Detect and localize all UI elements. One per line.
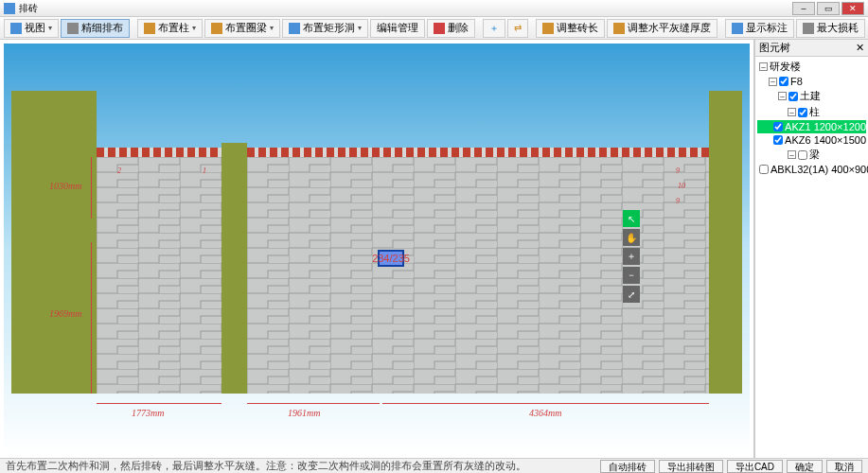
max-label: 最大损耗 xyxy=(817,21,859,35)
tree-root[interactable]: –研发楼 xyxy=(757,59,866,75)
place-column-button[interactable]: 布置柱▾ xyxy=(137,19,203,38)
swap-button[interactable]: ⇄ xyxy=(507,19,528,38)
view-toolstrip: ↖ ✋ ＋ － ⤢ xyxy=(623,210,640,303)
label-icon xyxy=(732,23,743,34)
pillar-right xyxy=(709,91,742,394)
export-layout-button[interactable]: 导出排砖图 xyxy=(659,460,723,473)
grid-icon xyxy=(67,23,79,34)
edit-label: 编辑管理 xyxy=(377,21,418,35)
element-tree[interactable]: –研发楼 –F8 –土建 –柱 AKZ1 1200×1200 AKZ6 1400… xyxy=(755,57,868,458)
len-label: 调整砖长 xyxy=(557,21,598,35)
cancel-button[interactable]: 取消 xyxy=(826,460,862,473)
beam-icon xyxy=(211,23,222,34)
status-bar: 首先布置二次构件和洞，然后排砖，最后调整水平灰缝。注意：改变二次构件或洞的排布会… xyxy=(0,458,868,473)
tree-item-akz6[interactable]: AKZ6 1400×1500 xyxy=(757,133,866,147)
brick-num: 10 xyxy=(678,182,685,190)
panel-close-icon[interactable]: ✕ xyxy=(856,42,864,54)
show-label-button[interactable]: 显示标注 xyxy=(725,19,794,38)
selected-brick-label: 234/235 xyxy=(372,253,410,264)
roof-tiles-1 xyxy=(97,148,221,157)
brick-num: 2 xyxy=(117,166,121,175)
tree-title: 图元树 xyxy=(759,41,790,55)
rect-icon xyxy=(289,23,300,34)
status-message: 首先布置二次构件和洞，然后排砖，最后调整水平灰缝。注意：改变二次构件或洞的排布会… xyxy=(6,459,600,473)
element-tree-panel: 图元树 ✕ –研发楼 –F8 –土建 –柱 AKZ1 1200×1200 AKZ… xyxy=(754,40,868,458)
brick-num: 9 xyxy=(676,166,680,175)
tree-sub-col[interactable]: –柱 xyxy=(757,104,866,120)
pointer-tool[interactable]: ↖ xyxy=(623,210,640,227)
ok-button[interactable]: 确定 xyxy=(787,460,823,473)
view-icon xyxy=(10,23,22,34)
dim-h1: 1030mm xyxy=(49,181,81,191)
zoom-out-tool[interactable]: － xyxy=(623,267,640,284)
delete-button[interactable]: 删除 xyxy=(427,19,475,38)
dim-w1: 1773mm xyxy=(132,408,164,418)
adjust-thickness-button[interactable]: 调整水平灰缝厚度 xyxy=(607,19,717,38)
max-waste-button[interactable]: 最大损耗 xyxy=(796,19,865,38)
roof-tiles-2 xyxy=(247,148,709,157)
column-icon xyxy=(144,23,155,34)
place-beam-button[interactable]: 布置圈梁▾ xyxy=(204,19,280,38)
window-title: 排砖 xyxy=(19,2,792,15)
brick-num: 1 xyxy=(203,166,206,175)
edit-manage-button[interactable]: 编辑管理 xyxy=(370,19,425,38)
app-icon xyxy=(4,3,15,14)
place-rect-hole-button[interactable]: 布置矩形洞▾ xyxy=(282,19,368,38)
view-button[interactable]: 视图▾ xyxy=(4,19,59,38)
tree-item-akz1[interactable]: AKZ1 1200×1200 xyxy=(757,120,866,133)
tree-floor[interactable]: –F8 xyxy=(757,75,866,88)
length-icon xyxy=(542,23,554,34)
show-label: 显示标注 xyxy=(746,21,788,35)
pillar-mid xyxy=(221,143,247,394)
auto-layout-button[interactable]: 自动排砖 xyxy=(600,460,655,473)
pillar-left xyxy=(11,91,97,394)
thick-label: 调整水平灰缝厚度 xyxy=(628,21,711,35)
fit-tool[interactable]: ⤢ xyxy=(623,286,640,303)
minimize-button[interactable]: – xyxy=(792,2,815,15)
delete-icon xyxy=(434,23,445,34)
fine-label: 精细排布 xyxy=(81,21,123,35)
export-cad-button[interactable]: 导出CAD xyxy=(727,460,783,473)
fine-layout-button[interactable]: 精细排布 xyxy=(61,19,130,38)
selected-brick[interactable]: 234/235 xyxy=(378,250,404,267)
canvas-viewport[interactable]: 234/235 2 1 9 10 9 1030mm 1969mm 1773mm … xyxy=(0,40,754,458)
close-button[interactable]: ✕ xyxy=(841,2,864,15)
tree-item-beam[interactable]: ABKL32(1A) 400×900 xyxy=(757,163,866,176)
zoom-in-tool[interactable]: ＋ xyxy=(623,248,640,265)
brick-num: 9 xyxy=(676,197,680,205)
dim-w2: 1961mm xyxy=(288,408,320,418)
plus-button[interactable]: ＋ xyxy=(483,19,505,38)
main-toolbar: 视图▾ 精细排布 布置柱▾ 布置圈梁▾ 布置矩形洞▾ 编辑管理 删除 ＋ ⇄ 调… xyxy=(0,17,868,40)
max-icon xyxy=(803,23,814,34)
view-label: 视图 xyxy=(25,21,45,35)
del-label: 删除 xyxy=(448,21,469,35)
hand-tool[interactable]: ✋ xyxy=(623,229,640,246)
beam-label: 布置圈梁 xyxy=(225,21,267,35)
wall-segment-1[interactable] xyxy=(97,157,221,394)
tree-cat[interactable]: –土建 xyxy=(757,88,866,104)
thick-icon xyxy=(613,23,625,34)
window-titlebar: 排砖 – ▭ ✕ xyxy=(0,0,868,17)
rect-label: 布置矩形洞 xyxy=(303,21,355,35)
tree-sub-beam[interactable]: –梁 xyxy=(757,147,866,163)
dim-h2: 1969mm xyxy=(49,308,81,319)
dim-w3: 4364mm xyxy=(529,408,561,418)
svg-rect-2 xyxy=(97,157,221,394)
adjust-length-button[interactable]: 调整砖长 xyxy=(536,19,605,38)
maximize-button[interactable]: ▭ xyxy=(817,2,840,15)
col-label: 布置柱 xyxy=(158,21,189,35)
